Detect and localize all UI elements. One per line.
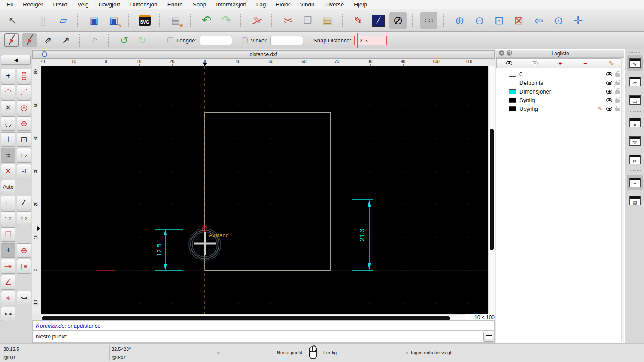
layer-show-all-button[interactable] [496, 58, 522, 68]
snap-intersection-manual-button[interactable]: ✕ [1, 164, 15, 178]
length-checkbox[interactable] [167, 37, 173, 43]
line-2p-button[interactable]: ╱ [22, 33, 37, 47]
relative-zero-key-button[interactable]: ⊶ [1, 307, 15, 321]
file-save-button[interactable]: ▣ [85, 12, 103, 29]
vertical-scrollbar-handle[interactable] [490, 129, 494, 250]
menu-endre[interactable]: Endre [167, 1, 183, 8]
drawing-canvas[interactable]: 12.5 21.3 Avstand [41, 66, 488, 314]
snap-rel-cartesian-button[interactable]: 1·2 [1, 211, 15, 226]
restrict-angle-button[interactable]: ∠ [1, 275, 15, 290]
menu-blokk[interactable]: Blokk [276, 1, 290, 8]
menu-vindu[interactable]: Vindu [300, 1, 314, 8]
menu-diverse[interactable]: Diverse [325, 1, 344, 8]
float-panel-icon[interactable]: ❐ [507, 50, 512, 56]
menu-uavgjort[interactable]: Uavgjort [99, 1, 120, 8]
dock-property-editor-button[interactable]: ✎ [627, 55, 643, 71]
erase-button[interactable]: ✎ [249, 12, 266, 29]
zoom-auto-button[interactable]: ⊡ [491, 12, 508, 29]
layer-row-defpoints[interactable]: Defpoints [497, 78, 621, 87]
menu-dimensjon[interactable]: Dimensjon [130, 1, 158, 8]
snap-restriction-button[interactable]: ≈ [1, 148, 15, 163]
select-tool-button[interactable]: ↖ [4, 12, 21, 29]
snap-center-button[interactable]: ⊕ [17, 116, 31, 131]
length-input[interactable] [200, 36, 232, 45]
snap-distance-input[interactable] [354, 36, 387, 45]
menu-lag[interactable]: Lag [256, 1, 266, 8]
command-window-toggle-button[interactable] [483, 332, 494, 342]
layer-visibility-eye-icon[interactable] [606, 107, 612, 111]
layer-lock-icon[interactable] [615, 82, 620, 85]
paste-button[interactable]: ▤ [319, 12, 336, 29]
select-reference-button[interactable]: ❐ [1, 227, 15, 242]
menu-velg[interactable]: Velg [77, 1, 88, 8]
snap-reference-button[interactable]: ◎ [17, 100, 31, 115]
command-input-row[interactable]: Neste punkt: [32, 331, 495, 343]
polyline-button[interactable]: ⌂ [87, 33, 103, 47]
dimension-21-3[interactable]: 21.3 [352, 199, 373, 270]
zoom-selection-button[interactable]: ⊠ [510, 12, 528, 29]
snap-free-button[interactable]: + [1, 69, 15, 83]
copy-button[interactable]: ❐ [299, 12, 316, 29]
menu-fil[interactable]: Fil [7, 1, 13, 8]
snap-info-button[interactable]: −! [17, 164, 31, 178]
vertical-scrollbar[interactable] [488, 66, 495, 314]
line-2p-ref-button[interactable]: ╱ [4, 33, 19, 47]
snap-on-entity-button[interactable]: ⋰ [17, 84, 31, 99]
file-open-button[interactable]: ▱ [55, 12, 72, 29]
close-icon[interactable]: ✕ [499, 50, 504, 56]
layer-hide-all-button[interactable] [522, 58, 547, 68]
restrict-horizontal-button[interactable]: ─⊕ [1, 259, 15, 274]
zoom-previous-button[interactable]: ⇦ [530, 12, 547, 29]
snap-rel-polar-button[interactable]: 1:2 [17, 211, 31, 226]
svg-export-button[interactable]: SVG [136, 12, 153, 29]
dimension-12-5[interactable]: 12.5 [155, 229, 183, 270]
layer-row-dimensjoner[interactable]: Dimensjoner [497, 87, 621, 96]
undo-button[interactable]: ↶ [198, 12, 215, 29]
line-vector-button[interactable]: ↗ [58, 33, 73, 47]
menu-hjelp[interactable]: Hjelp [354, 1, 367, 8]
document-window-titlebar[interactable]: distance.dxf [32, 50, 495, 59]
snap-auto-button[interactable]: Auto [1, 180, 15, 194]
layer-row-usynlig[interactable]: Usynlig✎ [497, 104, 621, 113]
snap-intersection-button[interactable]: ✕ [1, 100, 15, 115]
dock-clipboard-button[interactable]: ▤ [627, 193, 643, 208]
layer-panel-titlebar[interactable]: Lagliste [496, 50, 624, 58]
restrict-vertical-button[interactable]: │⊕ [17, 259, 31, 274]
layer-add-button[interactable]: + [547, 58, 573, 68]
layer-panel-scrollbar[interactable] [621, 58, 624, 342]
snap-endpoints-button[interactable]: ◠ [1, 84, 15, 99]
horizontal-scrollbar[interactable] [41, 314, 467, 321]
snap-perpendicular-button[interactable]: ⊥ [1, 132, 15, 147]
snap-coordinate-polar-button[interactable]: ∠ [17, 196, 31, 210]
restrict-orthogonal-button[interactable]: ⊕ [17, 243, 31, 258]
dock-selection-filter-button[interactable]: ▽ [627, 133, 643, 149]
layer-visibility-eye-icon[interactable] [606, 98, 612, 102]
angle-checkbox[interactable] [242, 37, 248, 43]
snap-coordinate-button[interactable]: ∟ [1, 196, 15, 210]
zoom-in-button[interactable]: ⊕ [451, 12, 468, 29]
set-relative-zero-button[interactable]: ⌖ [1, 291, 15, 305]
layer-row-synlig[interactable]: Synlig [497, 96, 621, 104]
restrict-nothing-button[interactable]: + [1, 243, 15, 258]
menu-utsikt[interactable]: Utsikt [53, 1, 68, 8]
print-preview-button[interactable]: ▤⊕ [167, 12, 184, 29]
dock-command-line-button[interactable]: ≡ [627, 175, 643, 190]
horizontal-scrollbar-handle[interactable] [42, 316, 450, 320]
node-undo-button[interactable]: ↺ [116, 33, 132, 47]
file-new-button[interactable]: ▯ [35, 12, 52, 29]
layer-visibility-eye-icon[interactable] [606, 72, 612, 76]
line-tool-button[interactable]: ╱ [370, 12, 387, 29]
zoom-out-button[interactable]: ⊖ [471, 12, 488, 29]
lock-relative-zero-button[interactable]: ⊶ [17, 291, 31, 305]
pan-button[interactable]: ✛ [570, 12, 587, 29]
menu-rediger[interactable]: Rediger [23, 1, 43, 8]
layer-lock-icon[interactable] [615, 90, 620, 94]
layer-remove-button[interactable]: − [573, 58, 598, 68]
line-angle-button[interactable]: ⇗ [40, 33, 55, 47]
snap-grid-button[interactable]: ⣿ [17, 69, 31, 83]
circle-slash-tool-button[interactable]: ⊘ [389, 12, 407, 29]
draw-pencil-button[interactable]: ✎ [350, 12, 367, 29]
layer-visibility-eye-icon[interactable] [606, 81, 612, 85]
rectangle-entity[interactable] [205, 112, 330, 270]
cut-button[interactable]: ✂ [279, 12, 297, 29]
